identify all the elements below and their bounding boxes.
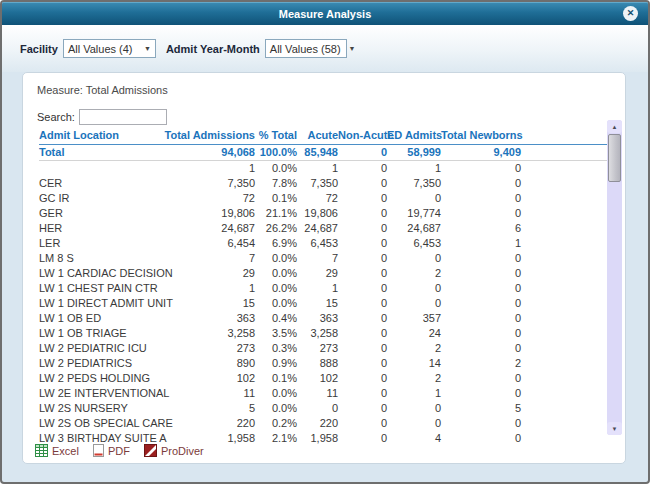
- cell-ed-admits: 2: [387, 371, 441, 386]
- table-row[interactable]: LW 1 CARDIAC DECISION290.0%29020: [39, 266, 607, 281]
- table-row[interactable]: LW 1 CHEST PAIN CTR10.0%1000: [39, 281, 607, 296]
- cell-total-admissions: 72: [163, 191, 255, 206]
- admit-year-month-select[interactable]: All Values (58) ▼: [265, 39, 347, 58]
- cell-ed-admits: 357: [387, 311, 441, 326]
- close-icon[interactable]: ✕: [623, 6, 638, 21]
- cell-filler: [521, 401, 607, 416]
- cell-acute: 11: [297, 386, 338, 401]
- table-row[interactable]: LW 2 PEDS HOLDING1020.1%102020: [39, 371, 607, 386]
- table-row[interactable]: LW 2 PEDIATRICS8900.9%8880142: [39, 356, 607, 371]
- table-row[interactable]: LW 2 PEDIATRIC ICU2730.3%273020: [39, 341, 607, 356]
- cell-total-newborns: 0: [441, 326, 521, 341]
- cell-admit-location: LW 1 OB TRIAGE: [39, 326, 163, 341]
- admit-year-month-label: Admit Year-Month: [166, 43, 260, 55]
- table-row[interactable]: LW 1 DIRECT ADMIT UNIT150.0%15000: [39, 296, 607, 311]
- cell-admit-location: LW 2 PEDIATRIC ICU: [39, 341, 163, 356]
- vertical-scrollbar[interactable]: ▲ ▼: [607, 120, 622, 435]
- cell-admit-location: LW 1 DIRECT ADMIT UNIT: [39, 296, 163, 311]
- cell-pct-total: 0.2%: [255, 416, 297, 431]
- table-total-row[interactable]: Total 94,068 100.0% 85,948 0 58,999 9,40…: [39, 144, 607, 160]
- cell-acute: 15: [297, 296, 338, 311]
- cell-acute: 29: [297, 266, 338, 281]
- cell-non-acute: 0: [338, 160, 387, 176]
- table-row[interactable]: CER7,3507.8%7,35007,3500: [39, 176, 607, 191]
- table-row[interactable]: 10.0%1010: [39, 160, 607, 176]
- cell-non-acute: 0: [338, 326, 387, 341]
- col-header-total-newborns[interactable]: Total Newborns: [441, 127, 521, 144]
- cell-pct-total: 0.1%: [255, 191, 297, 206]
- admissions-table: Admit Location Total Admissions % Total …: [39, 127, 607, 446]
- table-row[interactable]: GER19,80621.1%19,806019,7740: [39, 206, 607, 221]
- cell-total-admissions: 5: [163, 401, 255, 416]
- cell-admit-location: GER: [39, 206, 163, 221]
- cell-total-newborns: 0: [441, 176, 521, 191]
- cell-filler: [521, 281, 607, 296]
- cell-filler: [521, 251, 607, 266]
- cell-admit-location: LW 1 CARDIAC DECISION: [39, 266, 163, 281]
- col-header-admit-location[interactable]: Admit Location: [39, 127, 163, 144]
- table-row[interactable]: LW 1 OB TRIAGE3,2583.5%3,2580240: [39, 326, 607, 341]
- cell-ed-admits: 4: [387, 431, 441, 446]
- table-row[interactable]: LW 2E INTERVENTIONAL110.0%11010: [39, 386, 607, 401]
- cell-total-admissions: 19,806: [163, 206, 255, 221]
- cell-total-newborns: 0: [441, 311, 521, 326]
- table-row[interactable]: LW 2S NURSERY50.0%0005: [39, 401, 607, 416]
- table-row[interactable]: LW 1 OB ED3630.4%36303570: [39, 311, 607, 326]
- table-row[interactable]: GC IR720.1%72000: [39, 191, 607, 206]
- cell-total-admissions: 7: [163, 251, 255, 266]
- cell-ed-admits: 0: [387, 296, 441, 311]
- cell-total-admissions: 220: [163, 416, 255, 431]
- scrollbar-thumb[interactable]: [608, 134, 621, 182]
- chevron-down-icon: ▼: [136, 45, 151, 52]
- col-header-non-acute[interactable]: Non-Acute: [338, 127, 387, 144]
- export-excel-button[interactable]: Excel: [35, 444, 79, 457]
- cell-filler: [521, 176, 607, 191]
- cell-non-acute: 0: [338, 266, 387, 281]
- cell-acute: 72: [297, 191, 338, 206]
- export-pdf-button[interactable]: PDF: [93, 444, 130, 457]
- cell-non-acute: 0: [338, 281, 387, 296]
- scroll-up-icon[interactable]: ▲: [607, 120, 622, 133]
- cell-pct-total: 3.5%: [255, 326, 297, 341]
- col-header-acute[interactable]: Acute: [297, 127, 338, 144]
- table-row[interactable]: LM 8 S70.0%7000: [39, 251, 607, 266]
- cell-acute: 220: [297, 416, 338, 431]
- cell-total-newborns: 2: [441, 356, 521, 371]
- cell-acute: 85,948: [297, 144, 338, 160]
- scroll-down-icon[interactable]: ▼: [607, 422, 622, 435]
- cell-pct-total: 0.0%: [255, 401, 297, 416]
- cell-total-admissions: 94,068: [163, 144, 255, 160]
- cell-pct-total: 7.8%: [255, 176, 297, 191]
- table-row[interactable]: HER24,68726.2%24,687024,6876: [39, 221, 607, 236]
- cell-total-newborns: 5: [441, 401, 521, 416]
- cell-acute: 7,350: [297, 176, 338, 191]
- search-input[interactable]: [79, 109, 167, 125]
- measure-label: Measure: Total Admissions: [37, 84, 168, 96]
- col-header-pct-total[interactable]: % Total: [255, 127, 297, 144]
- export-prodiver-button[interactable]: ProDiver: [144, 444, 204, 457]
- table-row[interactable]: LER6,4546.9%6,45306,4531: [39, 236, 607, 251]
- measure-analysis-dialog: Measure Analysis ✕ Facility All Values (…: [0, 0, 650, 484]
- cell-total-admissions: 24,687: [163, 221, 255, 236]
- cell-ed-admits: 14: [387, 356, 441, 371]
- cell-ed-admits: 58,999: [387, 144, 441, 160]
- table-row[interactable]: LW 2S OB SPECIAL CARE2200.2%220000: [39, 416, 607, 431]
- content-panel: Measure: Total Admissions Search: Admit …: [22, 72, 626, 464]
- cell-admit-location: LW 1 OB ED: [39, 311, 163, 326]
- cell-total-newborns: 0: [441, 386, 521, 401]
- cell-non-acute: 0: [338, 371, 387, 386]
- cell-non-acute: 0: [338, 341, 387, 356]
- cell-filler: [521, 416, 607, 431]
- cell-filler: [521, 160, 607, 176]
- cell-pct-total: 0.0%: [255, 296, 297, 311]
- export-pdf-label: PDF: [108, 445, 130, 457]
- cell-pct-total: 0.0%: [255, 251, 297, 266]
- prodiver-icon: [144, 444, 157, 457]
- col-header-total-admissions[interactable]: Total Admissions: [163, 127, 255, 144]
- col-header-ed-admits[interactable]: ED Admits: [387, 127, 441, 144]
- facility-select[interactable]: All Values (4) ▼: [63, 39, 156, 58]
- cell-total-admissions: 3,258: [163, 326, 255, 341]
- cell-admit-location: GC IR: [39, 191, 163, 206]
- cell-pct-total: 0.4%: [255, 311, 297, 326]
- cell-ed-admits: 6,453: [387, 236, 441, 251]
